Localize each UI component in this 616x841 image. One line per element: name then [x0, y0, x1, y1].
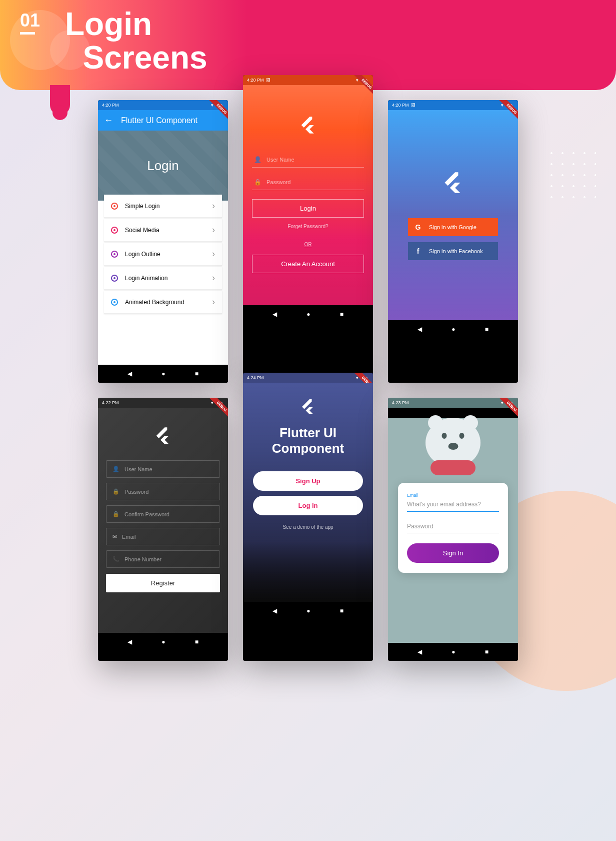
login-button[interactable]: Log in [253, 496, 363, 515]
nav-home-icon[interactable]: ● [452, 648, 455, 655]
status-time: 4:22 PM [102, 400, 119, 405]
nav-back-icon[interactable]: ◀ [418, 326, 422, 333]
forgot-password-link[interactable]: Forget Password? [252, 224, 364, 229]
password-input[interactable]: Password [407, 521, 499, 533]
status-bar: 4:20 PM ▾ ◆ ▲ [98, 100, 228, 110]
mail-icon: ✉ [112, 533, 117, 540]
list-item[interactable]: Animated Background [104, 291, 222, 314]
nav-recent-icon[interactable]: ■ [485, 326, 488, 333]
nav-recent-icon[interactable]: ■ [195, 370, 198, 377]
phone-social-login: 4:20 PM ▾ ◆ ▲ DEBUG G Sign in with Googl… [388, 100, 518, 383]
facebook-icon: f [414, 247, 422, 255]
create-account-button[interactable]: Create An Account [252, 255, 364, 273]
confirm-password-field[interactable]: 🔒 Confirm Password [106, 505, 220, 523]
register-button[interactable]: Register [106, 574, 220, 592]
title-line-2: Screens [83, 40, 208, 76]
list-item[interactable]: Social Media [104, 219, 222, 242]
username-field[interactable]: 👤 User Name [106, 460, 220, 478]
phone-welcome: 4:24 PM ▾ ◆ ▲ DEBUG Flutter UI Component… [243, 373, 373, 661]
chevron-right-icon [212, 225, 215, 235]
or-divider: OR [252, 242, 364, 247]
demo-link[interactable]: See a demo of the app [253, 524, 363, 530]
chevron-right-icon [212, 297, 215, 307]
status-time: 4:24 PM [247, 375, 264, 380]
google-icon: G [414, 223, 422, 231]
field-label: Phone Number [124, 556, 162, 562]
lock-icon: 🔒 [254, 179, 262, 186]
flutter-logo [440, 170, 466, 197]
person-icon: 👤 [112, 466, 120, 472]
login-button[interactable]: Login [252, 199, 364, 218]
email-input[interactable]: What's your email address? [407, 499, 499, 512]
password-field[interactable]: 🔒 Password [252, 175, 364, 190]
bear-nose [448, 443, 458, 450]
nav-back-icon[interactable]: ◀ [418, 648, 422, 655]
field-label: User Name [124, 466, 152, 472]
status-bar: 4:20 PM ▾ ◆ ▲ [388, 100, 518, 110]
signin-card: Email What's your email address? Passwor… [398, 483, 508, 573]
person-icon: 👤 [254, 156, 262, 163]
nav-back-icon[interactable]: ◀ [272, 607, 277, 614]
nav-back-icon[interactable]: ◀ [128, 370, 132, 377]
nav-bar: ◀ ● ■ [98, 633, 228, 651]
password-field[interactable]: 🔒 Password [106, 483, 220, 500]
nav-bar: ◀ ● ■ [388, 643, 518, 661]
bear-face [442, 433, 464, 450]
title-line-1: Flutter UI [280, 425, 336, 440]
lock-icon: 🔒 [112, 488, 120, 495]
nav-back-icon[interactable]: ◀ [272, 311, 277, 318]
signin-button[interactable]: Sign In [407, 543, 499, 563]
nav-bar: ◀ ● ■ [98, 365, 228, 383]
bear-eyes [442, 433, 464, 439]
google-signin-button[interactable]: G Sign in with Google [408, 218, 498, 236]
nav-recent-icon[interactable]: ■ [340, 311, 344, 318]
bullet-icon [111, 275, 118, 282]
list-item[interactable]: Login Animation [104, 267, 222, 290]
nav-home-icon[interactable]: ● [162, 638, 165, 645]
nav-recent-icon[interactable]: ■ [340, 607, 344, 614]
status-time: 4:23 PM [392, 400, 409, 405]
status-bar: 4:23 PM ▾ ◆ ▲ [388, 398, 518, 408]
list-item-label: Simple Login [125, 203, 160, 210]
welcome-title: Flutter UI Component [253, 425, 363, 456]
chevron-right-icon [212, 273, 215, 283]
flutter-logo [252, 115, 364, 137]
nav-recent-icon[interactable]: ■ [195, 638, 198, 645]
hero-section: Login [98, 131, 228, 201]
nav-home-icon[interactable]: ● [452, 326, 455, 333]
nav-home-icon[interactable]: ● [162, 370, 165, 377]
signup-button[interactable]: Sign Up [253, 471, 363, 491]
phone-bear-signin: 4:23 PM ▾ ◆ ▲ DEBUG [388, 398, 518, 661]
title-line-1: Login [65, 6, 152, 42]
facebook-signin-button[interactable]: f Sign in with Facebook [408, 242, 498, 260]
username-field[interactable]: 👤 User Name [252, 152, 364, 168]
bear-ear [428, 415, 443, 430]
list-item-label: Social Media [125, 227, 160, 234]
phone-field[interactable]: 📞 Phone Number [106, 550, 220, 568]
bear-ear [463, 415, 478, 430]
app-bar: Flutter UI Component [98, 110, 228, 131]
back-icon[interactable] [104, 115, 113, 126]
nav-back-icon[interactable]: ◀ [128, 638, 132, 645]
list-item[interactable]: Login Outline [104, 243, 222, 266]
list-item[interactable]: Simple Login [104, 195, 222, 218]
lock-icon: 🔒 [112, 511, 120, 517]
nav-home-icon[interactable]: ● [306, 607, 310, 614]
nav-home-icon[interactable]: ● [306, 311, 310, 318]
nav-bar: ◀ ● ■ [243, 305, 373, 323]
field-label: Email [122, 534, 136, 540]
flutter-logo [253, 398, 363, 418]
list-item-label: Animated Background [125, 299, 184, 306]
welcome-screen: Flutter UI Component Sign Up Log in See … [243, 383, 373, 602]
field-label: Password [266, 179, 290, 185]
phone-dark-register: 4:22 PM ▾ ◆ ▲ DEBUG 👤 User Name 🔒 Passwo… [98, 398, 228, 661]
list-item-label: Login Animation [125, 275, 168, 282]
email-label: Email [407, 493, 499, 498]
app-bar-title: Flutter UI Component [121, 116, 198, 125]
bear-scarf [430, 460, 476, 475]
login-screen: 👤 User Name 🔒 Password Login Forget Pass… [243, 85, 373, 305]
flutter-logo [106, 426, 220, 448]
nav-recent-icon[interactable]: ■ [485, 648, 488, 655]
status-time: 4:20 PM [102, 103, 119, 108]
email-field[interactable]: ✉ Email [106, 528, 220, 545]
